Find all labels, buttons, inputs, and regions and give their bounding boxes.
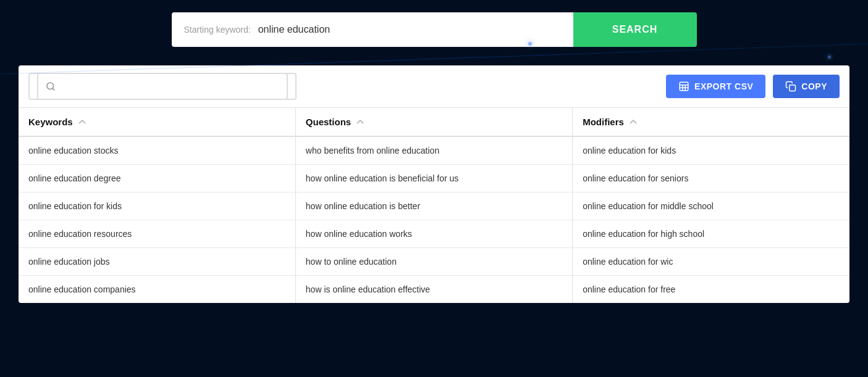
- question-cell: how is online education effective: [295, 276, 572, 304]
- modifier-cell: online education for high school: [573, 220, 849, 248]
- question-cell: how to online education: [295, 248, 572, 276]
- export-csv-label: EXPORT CSV: [694, 81, 753, 91]
- question-cell: how online education works: [295, 220, 572, 248]
- filter-search-box[interactable]: [28, 73, 288, 100]
- question-cell: who benefits from online education: [295, 136, 572, 165]
- svg-line-1: [53, 88, 54, 90]
- search-value: online education: [258, 24, 331, 35]
- question-cell: how online education is beneficial for u…: [295, 165, 572, 193]
- table-row: online education stockswho benefits from…: [19, 136, 849, 165]
- search-button[interactable]: SEARCH: [573, 12, 697, 47]
- table-row: online education companieshow is online …: [19, 276, 849, 304]
- keyword-cell: online education jobs: [19, 248, 295, 276]
- keyword-search-box: Starting keyword: online education: [172, 12, 573, 47]
- sort-modifiers-icon: [629, 118, 638, 126]
- main-content: EXPORT CSV COPY Keywords: [19, 65, 849, 303]
- modifier-cell: online education for free: [573, 276, 849, 304]
- search-label: Starting keyword:: [184, 25, 251, 35]
- search-icon: [37, 73, 297, 100]
- col-header-modifiers[interactable]: Modifiers: [573, 108, 849, 137]
- keyword-cell: online education companies: [19, 276, 295, 304]
- svg-rect-2: [680, 82, 688, 91]
- copy-icon: [785, 81, 796, 92]
- modifier-cell: online education for seniors: [573, 165, 849, 193]
- modifier-cell: online education for middle school: [573, 193, 849, 220]
- keyword-cell: online education resources: [19, 220, 295, 248]
- keyword-cell: online education stocks: [19, 136, 295, 165]
- top-search-area: Starting keyword: online education SEARC…: [0, 0, 868, 65]
- table-row: online education degreehow online educat…: [19, 165, 849, 193]
- question-cell: how online education is better: [295, 193, 572, 220]
- col-header-keywords[interactable]: Keywords: [19, 108, 295, 137]
- keyword-cell: online education for kids: [19, 193, 295, 220]
- toolbar: EXPORT CSV COPY: [19, 65, 849, 107]
- export-icon: [678, 81, 689, 92]
- results-table: Keywords Questions: [19, 107, 849, 303]
- svg-rect-7: [790, 85, 796, 91]
- sort-keywords-icon: [78, 118, 86, 126]
- export-csv-button[interactable]: EXPORT CSV: [666, 75, 765, 98]
- sort-questions-icon: [356, 118, 364, 126]
- modifier-cell: online education for kids: [573, 136, 849, 165]
- keyword-cell: online education degree: [19, 165, 295, 193]
- table-row: online education jobshow to online educa…: [19, 248, 849, 276]
- copy-button[interactable]: COPY: [773, 75, 840, 98]
- table-row: online education resourceshow online edu…: [19, 220, 849, 248]
- toolbar-actions: EXPORT CSV COPY: [666, 75, 840, 98]
- table-row: online education for kidshow online educ…: [19, 193, 849, 220]
- modifier-cell: online education for wic: [573, 248, 849, 276]
- copy-label: COPY: [801, 81, 827, 91]
- col-header-questions[interactable]: Questions: [295, 108, 572, 137]
